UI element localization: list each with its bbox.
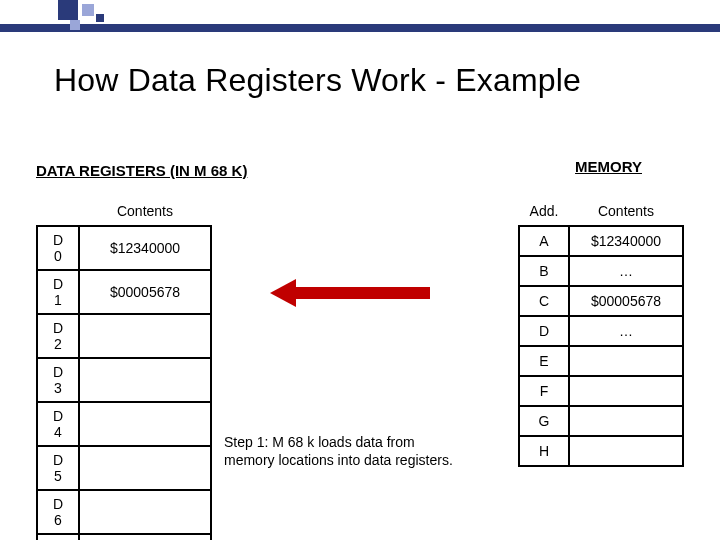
reg-value bbox=[79, 402, 211, 446]
memory-col-contents: Contents bbox=[569, 196, 683, 226]
table-row: D 3 bbox=[37, 358, 211, 402]
reg-value bbox=[79, 534, 211, 540]
table-row: D 7 bbox=[37, 534, 211, 540]
mem-value: … bbox=[569, 316, 683, 346]
mem-addr: C bbox=[519, 286, 569, 316]
reg-name: D 6 bbox=[37, 490, 79, 534]
mem-addr: F bbox=[519, 376, 569, 406]
step-caption: Step 1: M 68 k loads data from memory lo… bbox=[224, 434, 464, 469]
arrow-left-icon bbox=[270, 279, 430, 307]
reg-value bbox=[79, 446, 211, 490]
reg-name: D 3 bbox=[37, 358, 79, 402]
mem-value bbox=[569, 346, 683, 376]
reg-value bbox=[79, 358, 211, 402]
mem-addr: D bbox=[519, 316, 569, 346]
memory-col-add: Add. bbox=[519, 196, 569, 226]
reg-name: D 5 bbox=[37, 446, 79, 490]
registers-col-contents: Contents bbox=[79, 196, 211, 226]
reg-name: D 0 bbox=[37, 226, 79, 270]
table-row: H bbox=[519, 436, 683, 466]
reg-value: $12340000 bbox=[79, 226, 211, 270]
mem-addr: H bbox=[519, 436, 569, 466]
reg-value: $00005678 bbox=[79, 270, 211, 314]
table-row: D… bbox=[519, 316, 683, 346]
table-row: G bbox=[519, 406, 683, 436]
reg-name: D 4 bbox=[37, 402, 79, 446]
slide-title: How Data Registers Work - Example bbox=[54, 62, 581, 99]
table-row: A$12340000 bbox=[519, 226, 683, 256]
table-row: D 4 bbox=[37, 402, 211, 446]
table-row: D 6 bbox=[37, 490, 211, 534]
reg-value bbox=[79, 314, 211, 358]
reg-value bbox=[79, 490, 211, 534]
table-row: D 1$00005678 bbox=[37, 270, 211, 314]
mem-addr: G bbox=[519, 406, 569, 436]
mem-addr: B bbox=[519, 256, 569, 286]
mem-value: $12340000 bbox=[569, 226, 683, 256]
mem-addr: A bbox=[519, 226, 569, 256]
table-row: D 5 bbox=[37, 446, 211, 490]
table-row: D 2 bbox=[37, 314, 211, 358]
mem-value: $00005678 bbox=[569, 286, 683, 316]
reg-name: D 2 bbox=[37, 314, 79, 358]
table-row: D 0$12340000 bbox=[37, 226, 211, 270]
memory-heading: MEMORY bbox=[575, 158, 642, 175]
registers-table: Contents D 0$12340000 D 1$00005678 D 2 D… bbox=[36, 196, 212, 540]
table-row: B… bbox=[519, 256, 683, 286]
mem-value bbox=[569, 436, 683, 466]
mem-value: … bbox=[569, 256, 683, 286]
mem-addr: E bbox=[519, 346, 569, 376]
table-row: C$00005678 bbox=[519, 286, 683, 316]
mem-value bbox=[569, 406, 683, 436]
memory-table: Add. Contents A$12340000 B… C$00005678 D… bbox=[518, 196, 684, 467]
table-row: F bbox=[519, 376, 683, 406]
reg-name: D 7 bbox=[37, 534, 79, 540]
slide-decoration bbox=[0, 0, 720, 36]
registers-heading: DATA REGISTERS (IN M 68 K) bbox=[36, 162, 247, 179]
reg-name: D 1 bbox=[37, 270, 79, 314]
mem-value bbox=[569, 376, 683, 406]
table-row: E bbox=[519, 346, 683, 376]
